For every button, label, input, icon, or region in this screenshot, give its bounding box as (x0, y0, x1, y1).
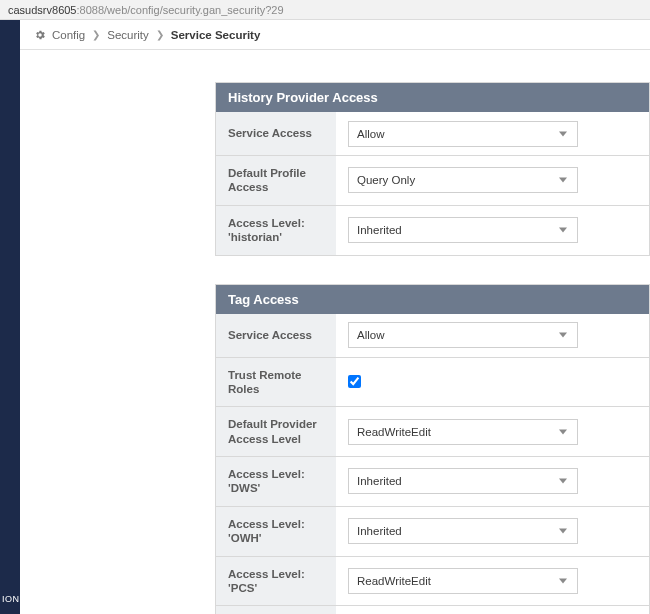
caret-down-icon (559, 131, 567, 136)
row-control: Allow (336, 314, 649, 357)
caret-down-icon (559, 479, 567, 484)
url-host: casudsrv8605 (8, 4, 77, 16)
select-value: Inherited (357, 525, 402, 537)
row-label: Access Level: 'OWH' (216, 507, 336, 556)
row-control: Query Only (336, 156, 649, 205)
select-value: Query Only (357, 174, 415, 186)
config-row: Access Level: 'DWS' Inherited (216, 457, 649, 507)
panel-tag-access: Tag Access Service Access Allow Trust Re… (215, 284, 650, 615)
panel-header: History Provider Access (216, 83, 649, 112)
config-row: Service Access Allow (216, 112, 649, 156)
row-control: ReadWriteEdit (336, 557, 649, 606)
row-control: Inherited (336, 206, 649, 255)
row-label: Trust Remote Roles (216, 358, 336, 407)
config-row: Trust Remote Roles (216, 358, 649, 408)
select-default-profile-access[interactable]: Query Only (348, 167, 578, 193)
panel-header: Tag Access (216, 285, 649, 314)
select-value: ReadWriteEdit (357, 426, 431, 438)
select-access-level-owh[interactable]: Inherited (348, 518, 578, 544)
select-value: Allow (357, 128, 384, 140)
caret-down-icon (559, 178, 567, 183)
gear-icon (34, 29, 46, 41)
breadcrumb-item-config[interactable]: Config (52, 29, 85, 41)
breadcrumb-current: Service Security (171, 29, 261, 41)
chevron-right-icon: ❯ (92, 29, 100, 40)
content-area: History Provider Access Service Access A… (20, 50, 650, 614)
row-label: Access Level: 'PCS' (216, 557, 336, 606)
caret-down-icon (559, 333, 567, 338)
breadcrumb: Config ❯ Security ❯ Service Security (20, 20, 650, 50)
select-value: Allow (357, 329, 384, 341)
panel-history-provider-access: History Provider Access Service Access A… (215, 82, 650, 256)
select-access-level-dws[interactable]: Inherited (348, 468, 578, 494)
config-row: Default Profile Access Query Only (216, 156, 649, 206)
row-control (336, 358, 649, 407)
sidebar: ION (0, 20, 20, 614)
url-bar[interactable]: casudsrv8605:8088/web/config/security.ga… (0, 0, 650, 20)
row-control: Inherited (336, 457, 649, 506)
select-default-provider-access-level[interactable]: ReadWriteEdit (348, 419, 578, 445)
select-service-access[interactable]: Allow (348, 121, 578, 147)
select-value: ReadWriteEdit (357, 575, 431, 587)
row-control: Inherited (336, 606, 649, 614)
row-label: Service Access (216, 112, 336, 155)
select-tag-service-access[interactable]: Allow (348, 322, 578, 348)
config-row: Access Level: 'PCS' ReadWriteEdit (216, 557, 649, 607)
select-value: Inherited (357, 475, 402, 487)
caret-down-icon (559, 228, 567, 233)
config-row: Service Access Allow (216, 314, 649, 358)
select-access-level-pcs[interactable]: ReadWriteEdit (348, 568, 578, 594)
chevron-right-icon: ❯ (156, 29, 164, 40)
caret-down-icon (559, 429, 567, 434)
caret-down-icon (559, 529, 567, 534)
checkbox-trust-remote-roles[interactable] (348, 375, 361, 388)
config-row: Default Provider Access Level ReadWriteE… (216, 407, 649, 457)
row-label: Default Profile Access (216, 156, 336, 205)
row-control: Inherited (336, 507, 649, 556)
url-rest: :8088/web/config/security.gan_security?2… (77, 4, 284, 16)
sidebar-label: ION (2, 594, 20, 604)
row-control: ReadWriteEdit (336, 407, 649, 456)
row-label: Access Level: 'historian' (216, 206, 336, 255)
config-row: Access Level: 'historian' Inherited (216, 206, 649, 256)
row-label: Default Provider Access Level (216, 407, 336, 456)
row-label: Service Access (216, 314, 336, 357)
config-row: Access Level: 'ESS' Inherited (216, 606, 649, 614)
config-row: Access Level: 'OWH' Inherited (216, 507, 649, 557)
caret-down-icon (559, 578, 567, 583)
row-label: Access Level: 'ESS' (216, 606, 336, 614)
row-control: Allow (336, 112, 649, 155)
select-access-level-historian[interactable]: Inherited (348, 217, 578, 243)
row-label: Access Level: 'DWS' (216, 457, 336, 506)
select-value: Inherited (357, 224, 402, 236)
breadcrumb-item-security[interactable]: Security (107, 29, 149, 41)
